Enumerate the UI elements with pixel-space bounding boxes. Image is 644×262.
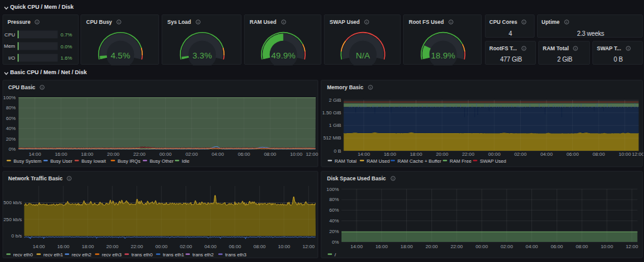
svg-text:06:00: 06:00: [229, 244, 242, 249]
svg-text:16:00: 16:00: [375, 244, 388, 249]
svg-text:60%: 60%: [329, 207, 339, 213]
svg-text:recv eth0: recv eth0: [13, 252, 33, 258]
svg-text:SWAP Used: SWAP Used: [480, 158, 506, 164]
svg-text:08:00: 08:00: [592, 151, 605, 157]
svg-text:14:00: 14:00: [29, 151, 42, 157]
svg-text:40%: 40%: [6, 126, 16, 131]
svg-text:18:00: 18:00: [82, 244, 94, 249]
svg-text:0 b/s: 0 b/s: [11, 233, 22, 239]
svg-text:20%: 20%: [6, 136, 16, 142]
svg-text:Busy User: Busy User: [50, 158, 72, 164]
svg-text:06:00: 06:00: [551, 244, 564, 249]
svg-text:02:00: 02:00: [180, 244, 192, 249]
svg-text:18:00: 18:00: [401, 244, 413, 249]
svg-text:100%: 100%: [3, 95, 16, 101]
svg-text:/: /: [335, 252, 336, 258]
svg-text:trans eth2: trans eth2: [192, 252, 214, 258]
svg-text:49.9%: 49.9%: [271, 51, 295, 60]
svg-text:18:00: 18:00: [410, 151, 423, 157]
svg-text:RAM Used: RAM Used: [367, 158, 390, 164]
svg-text:00:00: 00:00: [155, 244, 168, 249]
svg-text:20:00: 20:00: [107, 151, 119, 157]
svg-text:18.9%: 18.9%: [431, 51, 455, 60]
svg-text:18:00: 18:00: [81, 151, 94, 157]
svg-text:RAM Total: RAM Total: [335, 158, 357, 164]
svg-text:4.5%: 4.5%: [111, 51, 130, 60]
svg-text:16:00: 16:00: [55, 151, 67, 157]
svg-text:06:00: 06:00: [567, 151, 579, 157]
svg-text:02:00: 02:00: [514, 151, 527, 157]
svg-text:08:00: 08:00: [575, 244, 588, 249]
svg-text:100%: 100%: [326, 187, 339, 192]
svg-text:RAM Cache + Buffer: RAM Cache + Buffer: [397, 158, 441, 164]
svg-text:04:00: 04:00: [204, 244, 217, 249]
svg-text:14:00: 14:00: [350, 244, 363, 249]
svg-text:500 kb/s: 500 kb/s: [4, 200, 23, 205]
svg-text:0 B: 0 B: [334, 148, 341, 154]
svg-text:20%: 20%: [329, 229, 339, 234]
svg-text:04:00: 04:00: [540, 151, 553, 157]
svg-text:00:00: 00:00: [159, 151, 172, 157]
svg-text:60%: 60%: [6, 116, 16, 121]
svg-text:06:00: 06:00: [238, 151, 250, 157]
svg-text:CPU: CPU: [4, 32, 15, 38]
svg-text:04:00: 04:00: [212, 151, 225, 157]
svg-text:2 GiB: 2 GiB: [329, 97, 341, 103]
svg-text:04:00: 04:00: [526, 244, 538, 249]
svg-text:Busy IRQs: Busy IRQs: [118, 158, 140, 164]
svg-text:12:00: 12:00: [626, 244, 638, 249]
svg-text:Busy System: Busy System: [14, 158, 42, 164]
svg-text:22:00: 22:00: [131, 244, 143, 249]
svg-text:477 GiB: 477 GiB: [500, 56, 522, 63]
svg-text:N/A: N/A: [356, 51, 370, 60]
svg-text:22:00: 22:00: [133, 151, 146, 157]
svg-text:recv eth2: recv eth2: [72, 252, 91, 258]
svg-text:recv eth3: recv eth3: [102, 252, 121, 258]
svg-text:12:00: 12:00: [303, 244, 315, 249]
svg-text:20:00: 20:00: [436, 151, 448, 157]
svg-text:trans eth0: trans eth0: [131, 252, 153, 258]
svg-text:00:00: 00:00: [475, 244, 488, 249]
svg-text:22:00: 22:00: [450, 244, 463, 249]
svg-text:10:00: 10:00: [278, 244, 291, 249]
svg-text:10:00: 10:00: [601, 244, 613, 249]
svg-text:14:00: 14:00: [358, 151, 370, 157]
svg-text:recv eth1: recv eth1: [43, 252, 63, 258]
svg-text:0%: 0%: [332, 239, 339, 245]
svg-text:0%: 0%: [9, 146, 16, 152]
svg-text:00:00: 00:00: [488, 151, 501, 157]
svg-text:14:00: 14:00: [33, 244, 45, 249]
svg-text:Mem: Mem: [4, 43, 15, 49]
svg-text:22:00: 22:00: [462, 151, 475, 157]
svg-text:2.3 weeks: 2.3 weeks: [577, 30, 604, 37]
svg-text:0 B: 0 B: [614, 56, 623, 63]
svg-text:250 kb/s: 250 kb/s: [4, 217, 23, 222]
svg-text:40%: 40%: [329, 218, 339, 224]
svg-text:3.3%: 3.3%: [192, 51, 212, 60]
svg-text:20:00: 20:00: [106, 244, 119, 249]
svg-text:1.6%: 1.6%: [60, 55, 72, 61]
svg-text:I/O: I/O: [8, 55, 15, 61]
svg-text:1.50 GiB: 1.50 GiB: [322, 110, 341, 116]
svg-text:10:00: 10:00: [290, 151, 303, 157]
svg-text:12:00: 12:00: [306, 151, 318, 157]
svg-text:Busy Iowait: Busy Iowait: [82, 158, 107, 164]
svg-text:Idle: Idle: [182, 158, 189, 164]
svg-text:trans eth1: trans eth1: [163, 252, 184, 258]
svg-text:12:00: 12:00: [632, 151, 643, 157]
svg-text:02:00: 02:00: [501, 244, 513, 249]
svg-text:08:00: 08:00: [253, 244, 266, 249]
svg-text:20:00: 20:00: [426, 244, 438, 249]
svg-text:0.7%: 0.7%: [60, 32, 72, 38]
svg-text:4: 4: [509, 30, 513, 37]
svg-text:Busy Other: Busy Other: [150, 158, 174, 164]
svg-text:16:00: 16:00: [57, 244, 70, 249]
svg-text:2 GiB: 2 GiB: [557, 56, 573, 63]
svg-text:10:00: 10:00: [619, 151, 631, 157]
svg-text:16:00: 16:00: [384, 151, 396, 157]
svg-text:RAM Free: RAM Free: [450, 158, 472, 164]
svg-text:trans eth3: trans eth3: [225, 252, 247, 258]
svg-text:0.0%: 0.0%: [60, 44, 72, 50]
svg-text:80%: 80%: [329, 197, 339, 202]
svg-text:512 MiB: 512 MiB: [323, 135, 341, 141]
